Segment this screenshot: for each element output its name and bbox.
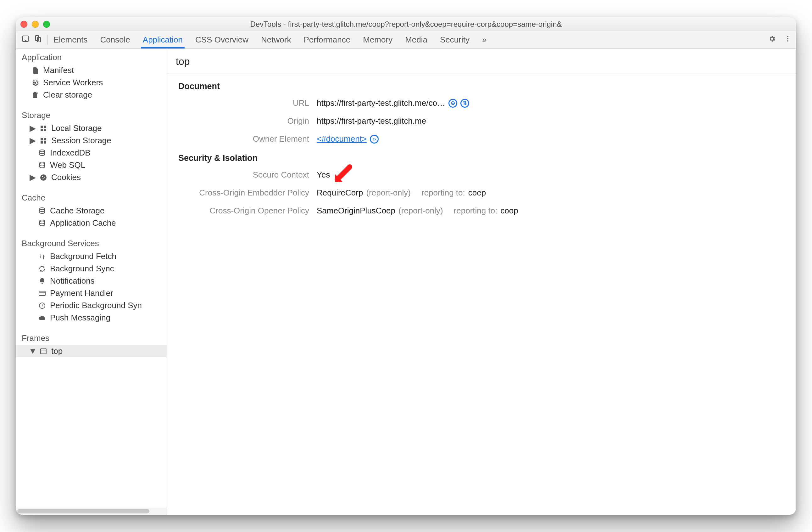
sidebar-item-label: Service Workers	[43, 78, 103, 87]
svg-rect-8	[44, 126, 46, 128]
coop-label: Cross-Origin Opener Policy	[178, 206, 317, 215]
scrollbar-thumb[interactable]	[17, 509, 149, 514]
main-toolbar: Elements Console Application CSS Overvie…	[16, 31, 796, 49]
coep-value: RequireCorp	[317, 188, 363, 198]
sidebar-item-periodic-sync[interactable]: Periodic Background Syn	[16, 299, 167, 312]
close-window-button[interactable]	[20, 21, 27, 28]
svg-point-3	[787, 36, 788, 37]
tab-elements[interactable]: Elements	[54, 31, 87, 48]
gear-icon	[31, 79, 39, 87]
caret-right-icon: ▶	[30, 124, 35, 132]
sidebar: Application Manifest Service Workers Cle…	[16, 49, 167, 515]
sidebar-item-label: Payment Handler	[50, 288, 113, 298]
coop-mode: (report-only)	[398, 206, 443, 215]
content-title: top	[167, 49, 796, 74]
coep-reporting-label: reporting to:	[421, 188, 465, 198]
sidebar-item-payment-handler[interactable]: Payment Handler	[16, 287, 167, 299]
kebab-menu-icon[interactable]	[784, 35, 792, 45]
owner-label: Owner Element	[178, 134, 317, 144]
tab-security[interactable]: Security	[440, 31, 469, 48]
sidebar-section-cache: Cache	[16, 189, 167, 205]
svg-rect-9	[41, 129, 43, 131]
content: top Document URL https://first-party-tes…	[167, 49, 796, 515]
sidebar-item-local-storage[interactable]: ▶ Local Storage	[16, 122, 167, 135]
card-icon	[38, 289, 46, 297]
origin-value: https://first-party-test.glitch.me	[317, 116, 426, 126]
device-toggle-icon[interactable]	[34, 35, 42, 45]
sidebar-item-label: Push Messaging	[50, 313, 111, 323]
tab-memory[interactable]: Memory	[363, 31, 392, 48]
sidebar-item-label: Periodic Background Syn	[50, 300, 142, 310]
origin-label: Origin	[178, 116, 317, 126]
owner-link[interactable]: <#document>	[317, 134, 367, 144]
minimize-window-button[interactable]	[32, 21, 39, 28]
svg-rect-13	[41, 141, 43, 143]
sidebar-item-service-workers[interactable]: Service Workers	[16, 76, 167, 89]
sidebar-item-label: Clear storage	[43, 90, 92, 100]
coop-badge-icon[interactable]: ⊝	[448, 99, 457, 108]
body: Application Manifest Service Workers Cle…	[16, 49, 796, 515]
sidebar-item-indexeddb[interactable]: IndexedDB	[16, 147, 167, 159]
sidebar-item-label: Cache Storage	[50, 206, 104, 215]
maximize-window-button[interactable]	[43, 21, 50, 28]
sidebar-section-storage: Storage	[16, 107, 167, 122]
database-icon	[38, 161, 46, 169]
sidebar-item-label: Notifications	[50, 276, 95, 286]
sidebar-item-clear-storage[interactable]: Clear storage	[16, 89, 167, 101]
sidebar-item-websql[interactable]: Web SQL	[16, 159, 167, 171]
sidebar-item-push-messaging[interactable]: Push Messaging	[16, 312, 167, 324]
tab-performance[interactable]: Performance	[304, 31, 350, 48]
window-icon	[39, 347, 47, 355]
secure-context-value: Yes	[317, 170, 330, 180]
sidebar-section-background: Background Services	[16, 235, 167, 250]
sidebar-item-notifications[interactable]: Notifications	[16, 275, 167, 287]
database-icon	[38, 149, 46, 157]
svg-point-21	[40, 208, 45, 210]
svg-point-18	[42, 176, 43, 177]
tab-console[interactable]: Console	[100, 31, 130, 48]
tab-css-overview[interactable]: CSS Overview	[195, 31, 248, 48]
sidebar-item-label: Background Sync	[50, 264, 114, 274]
devtools-window: DevTools - first-party-test.glitch.me/co…	[16, 17, 796, 515]
settings-icon[interactable]	[768, 35, 776, 45]
sidebar-item-top-frame[interactable]: ▼ top	[16, 345, 167, 357]
sidebar-item-background-sync[interactable]: Background Sync	[16, 263, 167, 275]
sidebar-item-session-storage[interactable]: ▶ Session Storage	[16, 135, 167, 147]
svg-point-4	[787, 38, 788, 39]
svg-rect-25	[41, 349, 46, 354]
svg-rect-11	[41, 138, 43, 140]
inspect-icon[interactable]	[22, 35, 29, 45]
sidebar-item-label: Cookies	[51, 172, 81, 182]
tab-application[interactable]: Application	[143, 31, 183, 48]
secure-context-label: Secure Context	[178, 170, 317, 180]
panel-tabs: Elements Console Application CSS Overvie…	[54, 31, 765, 48]
caret-right-icon: ▶	[30, 173, 35, 182]
coop-reporting-value: coop	[501, 206, 518, 215]
cloud-icon	[38, 314, 46, 322]
document-heading: Document	[178, 82, 785, 91]
tab-network[interactable]: Network	[261, 31, 291, 48]
sidebar-item-application-cache[interactable]: Application Cache	[16, 217, 167, 229]
svg-rect-23	[39, 291, 45, 296]
sidebar-item-background-fetch[interactable]: Background Fetch	[16, 250, 167, 263]
sidebar-scrollbar[interactable]	[16, 508, 167, 515]
trash-icon	[31, 91, 39, 99]
svg-point-19	[44, 177, 45, 178]
sidebar-item-cache-storage[interactable]: Cache Storage	[16, 205, 167, 217]
url-value: https://first-party-test.glitch.me/co…	[317, 98, 445, 108]
coep-mode: (report-only)	[366, 188, 411, 198]
tab-media[interactable]: Media	[405, 31, 427, 48]
tabs-overflow[interactable]: »	[482, 31, 487, 48]
security-heading: Security & Isolation	[178, 153, 785, 163]
sidebar-item-cookies[interactable]: ▶ Cookies	[16, 171, 167, 183]
grid-icon	[39, 124, 47, 132]
svg-point-20	[43, 178, 44, 179]
sidebar-item-label: Web SQL	[50, 160, 85, 170]
clock-icon	[38, 302, 46, 310]
updown-icon	[38, 252, 46, 261]
sync-icon	[38, 265, 46, 273]
annotation-arrow-icon	[329, 162, 354, 187]
coep-badge-icon[interactable]: ⇅	[460, 99, 469, 108]
sidebar-item-manifest[interactable]: Manifest	[16, 64, 167, 76]
reveal-element-icon[interactable]: ‹›	[370, 135, 379, 143]
